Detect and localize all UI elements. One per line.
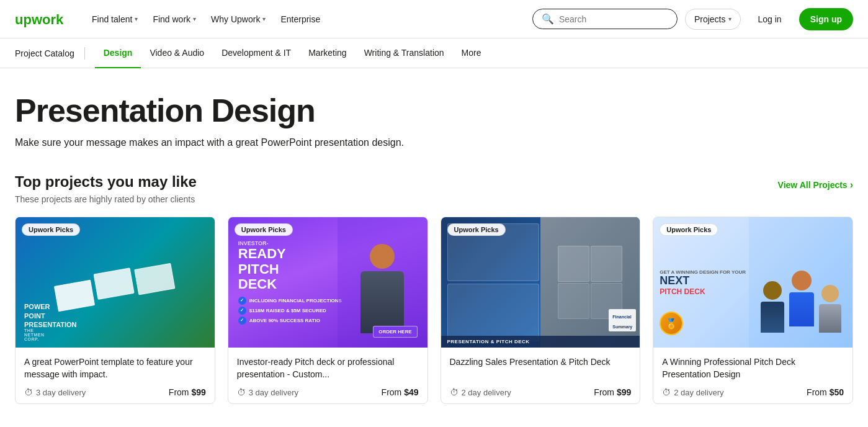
gold-badge-icon: 🏅 [660,312,683,335]
card-4-footer: ⏱ 2 day delivery From $50 [662,387,844,397]
nav-why-upwork[interactable]: Why Upwork ▾ [205,9,272,29]
cards-grid: POWERPOINTPRESENTATION THENETMENCORP. Up… [15,217,853,404]
search-icon: 🔍 [542,13,554,25]
cat-video-audio[interactable]: Video & Audio [141,38,213,68]
clock-icon-1: ⏱ [24,387,33,397]
svg-text:upwork: upwork [15,12,64,27]
card-1-price: From $99 [169,387,206,397]
header-right: 🔍 Projects ▾ Log in Sign up [532,8,853,30]
card-4-price: From $50 [807,387,844,397]
clock-icon-3: ⏱ [450,387,459,397]
card-1-delivery: ⏱ 3 day delivery [24,387,86,397]
card-3-delivery: ⏱ 2 day delivery [450,387,511,397]
login-button[interactable]: Log in [748,9,792,29]
card-1[interactable]: POWERPOINTPRESENTATION THENETMENCORP. Up… [15,217,215,404]
nav-find-talent-chevron: ▾ [135,16,138,22]
card-3-upwork-picks-badge: Upwork Picks [447,223,506,236]
get-winning-text: Get a Winning Design for Your NEXT PITCH… [660,269,747,296]
search-input[interactable] [559,14,668,24]
logo[interactable]: upwork [15,11,71,28]
card-3-footer: ⏱ 2 day delivery From $99 [450,387,632,397]
project-catalog-link[interactable]: Project Catalog [15,48,84,58]
meeting-people [749,217,852,348]
card-4[interactable]: Get a Winning Design for Your NEXT PITCH… [653,217,853,404]
card-3-price: From $99 [594,387,631,397]
clock-icon-4: ⏱ [662,387,671,397]
card-4-upwork-picks-badge: Upwork Picks [660,223,718,236]
card-2-footer: ⏱ 3 day delivery From $49 [237,387,419,397]
page-title: Presentation Design [15,93,853,128]
card-2-body: Investor-ready Pitch deck or professiona… [228,348,427,403]
cat-more[interactable]: More [453,38,490,68]
category-nav: Project Catalog Design Video & Audio Dev… [0,38,868,68]
card-2-title: Investor-ready Pitch deck or professiona… [237,356,419,381]
clock-icon-2: ⏱ [237,387,246,397]
section-header: Top projects you may like View All Proje… [15,173,853,191]
card-4-title: A Winning Professional Pitch Deck Presen… [662,356,844,381]
projects-label: Projects [694,14,726,24]
nav-find-talent-label: Find talent [92,14,132,24]
nav-find-work[interactable]: Find work ▾ [146,9,202,29]
cat-marketing[interactable]: Marketing [300,38,355,68]
nav-find-work-label: Find work [153,14,190,24]
projects-chevron-icon: ▾ [728,16,732,22]
view-all-projects-link[interactable]: View All Projects › [778,179,853,191]
card-2[interactable]: INVESTOR- READYPITCHDECK ✓ INCLUDING FIN… [228,217,428,404]
cat-design[interactable]: Design [95,38,141,68]
card-2-upwork-picks-badge: Upwork Picks [235,223,293,236]
card-3-image: Presentation & Pitch Deck FinancialSumma… [441,217,640,348]
nav-enterprise-label: Enterprise [280,14,320,24]
search-bar[interactable]: 🔍 [532,9,678,29]
category-links: Design Video & Audio Development & IT Ma… [95,38,490,68]
projects-dropdown[interactable]: Projects ▾ [685,9,741,30]
pitch-bullets: ✓ INCLUDING FINANCIAL PROJECTIONS ✓ $118… [238,297,342,325]
nav-why-upwork-chevron: ▾ [262,16,266,22]
card-1-upwork-picks-badge: Upwork Picks [22,223,80,236]
pitch-main-text: READYPITCHDECK [238,246,286,292]
cat-dev-it[interactable]: Development & IT [213,38,300,68]
card-3-title: Dazzling Sales Presentation & Pitch Deck [450,356,632,381]
card-3-body: Dazzling Sales Presentation & Pitch Deck… [441,348,640,403]
card-2-price: From $49 [382,387,419,397]
card-1-image: POWERPOINTPRESENTATION THENETMENCORP. Up… [16,217,215,348]
section-subtitle: These projects are highly rated by other… [15,194,853,204]
cat-writing-translation[interactable]: Writing & Translation [356,38,453,68]
pitch-cta: ORDER HERE [373,326,417,338]
card-4-delivery: ⏱ 2 day delivery [662,387,723,397]
nav-why-upwork-label: Why Upwork [211,14,260,24]
card-1-body: A great PowerPoint template to feature y… [16,348,215,403]
card-4-image: Get a Winning Design for Your NEXT PITCH… [653,217,852,348]
header: upwork Find talent ▾ Find work ▾ Why Upw… [0,0,868,38]
card-3[interactable]: Presentation & Pitch Deck FinancialSumma… [441,217,641,404]
card-1-footer: ⏱ 3 day delivery From $99 [24,387,206,397]
signup-button[interactable]: Sign up [799,8,853,30]
card-2-delivery: ⏱ 3 day delivery [237,387,298,397]
main-content: Presentation Design Make sure your messa… [0,68,868,427]
section-title: Top projects you may like [15,173,197,191]
page-subtitle: Make sure your message makes an impact w… [15,137,853,148]
main-nav: Find talent ▾ Find work ▾ Why Upwork ▾ E… [86,9,532,29]
card-1-title: A great PowerPoint template to feature y… [24,356,206,381]
card-2-image: INVESTOR- READYPITCHDECK ✓ INCLUDING FIN… [228,217,427,348]
card-4-body: A Winning Professional Pitch Deck Presen… [653,348,852,403]
nav-enterprise[interactable]: Enterprise [274,9,326,29]
view-all-arrow-icon: › [850,179,853,191]
nav-find-talent[interactable]: Find talent ▾ [86,9,144,29]
nav-find-work-chevron: ▾ [193,16,196,22]
nav-divider [84,47,85,60]
